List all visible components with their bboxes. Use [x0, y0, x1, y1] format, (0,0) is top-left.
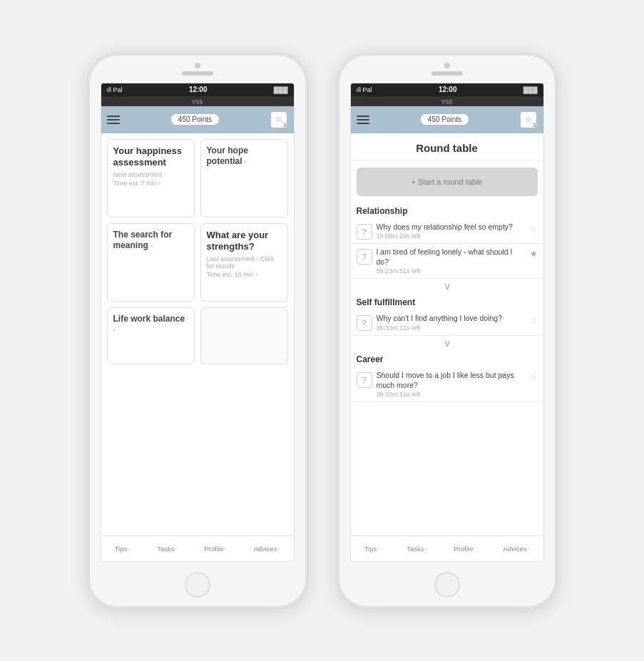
card-hope[interactable]: Your hope potential ›: [200, 139, 288, 217]
phone-top-2: [338, 63, 556, 80]
rt-q-icon-2-0: ?: [357, 372, 372, 388]
rt-star-1-0[interactable]: ☆: [530, 315, 538, 325]
speaker-1: [182, 71, 213, 76]
screen-1: ıll Pal 12:00 ▓▓▓ Y55 450 Points ☆3: [101, 83, 295, 562]
section-self-fulfillment: Self fulfillment: [351, 293, 543, 310]
card-strengths-time: Time est. 16 min ›: [207, 271, 282, 278]
card-blank: [200, 307, 288, 364]
home-button-1[interactable]: [185, 572, 210, 598]
nav-advices-2[interactable]: Advices ›: [503, 545, 529, 553]
nav-profile-1[interactable]: Profile ›: [204, 545, 226, 553]
card-happiness-title: Your happiness assessment: [113, 145, 188, 169]
card-hope-title: Your hope potential ›: [207, 145, 282, 168]
rt-q-icon-1-0: ?: [357, 315, 372, 331]
section-relationship: Relationship: [351, 202, 543, 219]
nav-tips-1[interactable]: Tips ›: [115, 545, 130, 553]
phone-1: ıll Pal 12:00 ▓▓▓ Y55 450 Points ☆3: [87, 53, 308, 609]
card-strengths-subtitle: Last assessment - Click for results: [207, 255, 282, 270]
bottom-nav-1: Tips › Tasks › Profile › Advices ›: [101, 536, 294, 561]
signal-1: ıll Pal: [107, 86, 123, 93]
sub-status-1: Y55: [101, 96, 294, 106]
rt-item-time-0-0: 1h:08m:29s left: [377, 232, 526, 240]
battery-1: ▓▓▓: [274, 86, 288, 93]
camera-2: [444, 63, 450, 68]
rt-item-2-0[interactable]: ? Should I move to a job I like less but…: [351, 367, 543, 402]
bottom-nav-2: Tips › Tasks › Profile › Advices ›: [351, 536, 543, 561]
hamburger-icon-2[interactable]: [357, 116, 369, 124]
rt-item-body-0-0: Why does my relationship feel so empty? …: [377, 222, 526, 240]
nav-tasks-2[interactable]: Tasks ›: [407, 545, 426, 553]
time-1: 12:00: [189, 86, 208, 93]
nav-profile-2[interactable]: Profile ›: [454, 545, 476, 553]
battery-2: ▓▓▓: [523, 86, 538, 93]
round-table-content: Round table + Start a round table Relati…: [351, 133, 543, 536]
sub-status-2: Y55: [351, 96, 543, 106]
expand-self-fulfillment[interactable]: ∨: [351, 336, 543, 350]
card-meaning-title: The search for meaning ›: [113, 230, 188, 252]
star-badge-1: ☆3: [270, 111, 287, 128]
rt-item-0-1[interactable]: ? I am tired of feeling lonely - what sh…: [351, 244, 543, 279]
time-2: 12:00: [439, 86, 457, 93]
phone-bottom-1: [88, 562, 307, 608]
points-badge-2[interactable]: 450 Points: [420, 113, 469, 125]
star-badge-2: ☆3: [520, 111, 537, 128]
rt-item-body-2-0: Should I move to a job I like less but p…: [377, 371, 526, 398]
rt-item-body-1-0: Why can't I find anything I love doing? …: [377, 314, 526, 332]
card-happiness-time: Time est. 7 min ›: [113, 180, 188, 187]
card-meaning[interactable]: The search for meaning ›: [107, 223, 195, 302]
card-grid-1: Your happiness assessment Next assessmen…: [107, 139, 288, 364]
home-button-2[interactable]: [434, 572, 460, 598]
nav-advices-1[interactable]: Advices ›: [253, 545, 280, 553]
rt-star-0-0[interactable]: ☆: [530, 224, 538, 234]
expand-relationship[interactable]: ∨: [351, 279, 543, 293]
rt-item-q-0-1: I am tired of feeling lonely - what shou…: [377, 247, 526, 267]
app-header-2: 450 Points ☆3: [351, 106, 543, 133]
rt-q-icon-0-0: ?: [357, 224, 372, 240]
points-badge-1[interactable]: 450 Points: [170, 113, 220, 125]
app-header-1: 450 Points ☆3: [101, 106, 294, 133]
rt-item-q-2-0: Should I move to a job I like less but p…: [377, 371, 526, 390]
speaker-2: [431, 71, 463, 76]
card-strengths-title: What are your strengths?: [207, 230, 282, 253]
phone-bottom-2: [338, 562, 556, 608]
rt-q-icon-0-1: ?: [357, 249, 372, 265]
rt-item-q-0-0: Why does my relationship feel so empty?: [377, 222, 526, 232]
scene: ıll Pal 12:00 ▓▓▓ Y55 450 Points ☆3: [0, 0, 644, 661]
card-balance-title: Life work balance ›: [113, 314, 188, 336]
rt-star-2-0[interactable]: ☆: [530, 372, 538, 382]
hamburger-icon-1[interactable]: [107, 116, 120, 124]
app-content-1: Your happiness assessment Next assessmen…: [101, 133, 294, 536]
rt-item-body-0-1: I am tired of feeling lonely - what shou…: [377, 247, 526, 275]
start-round-table-button[interactable]: + Start a round table: [357, 168, 538, 196]
screen-2: ıll Pal 12:00 ▓▓▓ Y55 450 Points ☆3 Roun…: [350, 83, 544, 562]
camera-1: [195, 63, 200, 68]
rt-item-time-2-0: 3h:33m:11s left: [377, 391, 526, 398]
section-career: Career: [351, 350, 543, 367]
card-strengths[interactable]: What are your strengths? Last assessment…: [200, 223, 288, 302]
phone-top-1: [88, 63, 307, 80]
rt-title: Round table: [351, 133, 543, 160]
rt-item-1-0[interactable]: ? Why can't I find anything I love doing…: [351, 310, 543, 336]
rt-item-time-0-1: 5h:23m:51s left: [377, 267, 526, 275]
signal-2: ıll Pal: [357, 86, 372, 93]
rt-star-0-1[interactable]: ★: [530, 249, 538, 259]
rt-item-q-1-0: Why can't I find anything I love doing?: [377, 314, 526, 324]
card-happiness[interactable]: Your happiness assessment Next assessmen…: [107, 139, 195, 217]
nav-tips-2[interactable]: Tips ›: [364, 545, 379, 553]
card-happiness-subtitle: Next assessment: [113, 171, 188, 178]
rt-item-time-1-0: 3h:33m:11s left: [377, 324, 526, 332]
card-balance[interactable]: Life work balance ›: [107, 307, 195, 364]
phone-2: ıll Pal 12:00 ▓▓▓ Y55 450 Points ☆3 Roun…: [337, 53, 558, 609]
status-bar-1: ıll Pal 12:00 ▓▓▓: [101, 83, 294, 96]
rt-item-0-0[interactable]: ? Why does my relationship feel so empty…: [351, 219, 543, 245]
status-bar-2: ıll Pal 12:00 ▓▓▓: [351, 83, 543, 96]
nav-tasks-1[interactable]: Tasks ›: [157, 545, 177, 553]
